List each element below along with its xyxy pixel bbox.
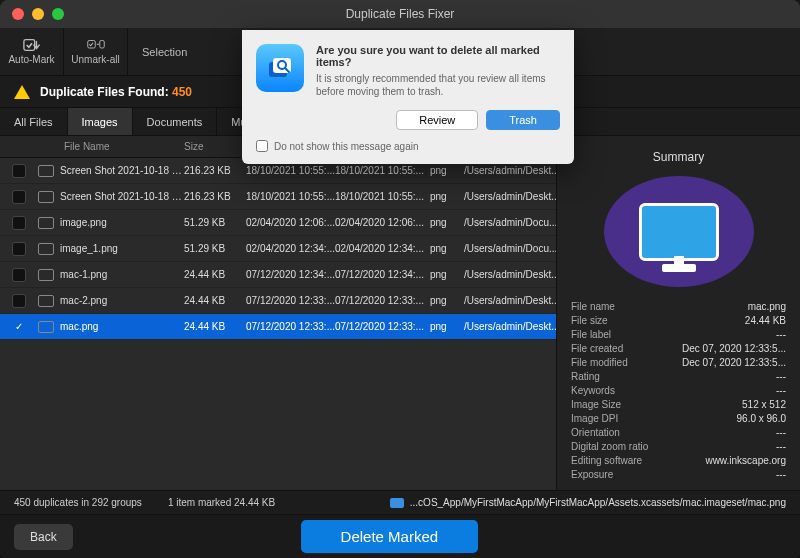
- col-filename[interactable]: File Name: [34, 141, 184, 152]
- file-type: png: [430, 191, 447, 202]
- meta-key: Image Size: [571, 399, 674, 410]
- found-text: Duplicate Files Found: 450: [40, 85, 192, 99]
- summary-panel: Summary File namemac.pngFile size24.44 K…: [556, 136, 800, 490]
- window-title: Duplicate Files Fixer: [0, 7, 800, 21]
- status-path: ...cOS_App/MyFirstMacApp/MyFirstMacApp/A…: [390, 497, 786, 508]
- file-table: File Name Size Screen Shot 2021-10-18 a.…: [0, 136, 556, 490]
- monitor-icon: [639, 203, 719, 261]
- row-checkbox[interactable]: [12, 294, 26, 308]
- file-date-created: 18/10/2021 10:55:...: [246, 165, 335, 176]
- meta-key: Image DPI: [571, 413, 674, 424]
- file-name: Screen Shot 2021-10-18 a...: [60, 165, 184, 176]
- file-date-modified: 18/10/2021 10:55:...: [335, 165, 424, 176]
- meta-key: Keywords: [571, 385, 674, 396]
- tab-all-files[interactable]: All Files: [0, 108, 68, 135]
- file-size: 24.44 KB: [184, 321, 225, 332]
- file-path: /Users/admin/Deskt...: [464, 321, 556, 332]
- file-size: 51.29 KB: [184, 217, 225, 228]
- meta-value: Dec 07, 2020 12:33:5...: [682, 357, 786, 368]
- tab-images[interactable]: Images: [68, 108, 133, 135]
- file-name: mac.png: [60, 321, 98, 332]
- table-row[interactable]: mac-2.png24.44 KB07/12/2020 12:33:...07/…: [0, 288, 556, 314]
- file-date-created: 02/04/2020 12:06:...: [246, 217, 335, 228]
- summary-title: Summary: [571, 150, 786, 164]
- file-date-modified: 18/10/2021 10:55:...: [335, 191, 424, 202]
- meta-value: ---: [682, 371, 786, 382]
- automark-button[interactable]: Auto-Mark: [0, 28, 64, 75]
- file-type: png: [430, 217, 447, 228]
- image-icon: [38, 217, 54, 229]
- table-row[interactable]: mac-1.png24.44 KB07/12/2020 12:34:...07/…: [0, 262, 556, 288]
- main: File Name Size Screen Shot 2021-10-18 a.…: [0, 136, 800, 490]
- dont-show-input[interactable]: [256, 140, 268, 152]
- file-size: 24.44 KB: [184, 295, 225, 306]
- file-path: /Users/admin/Docu...: [464, 217, 556, 228]
- bottombar: Back Delete Marked: [0, 514, 800, 558]
- back-button[interactable]: Back: [14, 524, 73, 550]
- row-checkbox[interactable]: [12, 216, 26, 230]
- file-date-modified: 07/12/2020 12:34:...: [335, 269, 424, 280]
- meta-key: File size: [571, 315, 674, 326]
- dont-show-checkbox[interactable]: Do not show this message again: [256, 140, 560, 152]
- file-path: /Users/admin/Deskt...: [464, 191, 556, 202]
- meta-key: Exposure: [571, 469, 674, 480]
- file-size: 216.23 KB: [184, 165, 231, 176]
- row-checkbox[interactable]: [12, 190, 26, 204]
- svg-rect-2: [99, 41, 104, 49]
- meta-value: ---: [682, 441, 786, 452]
- image-icon: [38, 295, 54, 307]
- file-size: 51.29 KB: [184, 243, 225, 254]
- row-checkbox[interactable]: [12, 268, 26, 282]
- trash-button[interactable]: Trash: [486, 110, 560, 130]
- tab-documents[interactable]: Documents: [133, 108, 218, 135]
- table-body[interactable]: Screen Shot 2021-10-18 a...216.23 KB18/1…: [0, 158, 556, 490]
- confirm-modal: Are you sure you want to delete all mark…: [242, 30, 574, 164]
- file-name: image.png: [60, 217, 107, 228]
- meta-value: ---: [682, 385, 786, 396]
- table-row[interactable]: image.png51.29 KB02/04/2020 12:06:...02/…: [0, 210, 556, 236]
- file-date-created: 07/12/2020 12:34:...: [246, 269, 335, 280]
- uncheck-icon: [87, 38, 105, 52]
- modal-title: Are you sure you want to delete all mark…: [316, 44, 560, 68]
- file-date-modified: 02/04/2020 12:06:...: [335, 217, 424, 228]
- meta-key: File name: [571, 301, 674, 312]
- review-button[interactable]: Review: [396, 110, 478, 130]
- meta-key: File label: [571, 329, 674, 340]
- col-size[interactable]: Size: [184, 141, 246, 152]
- meta-value: www.inkscape.org: [682, 455, 786, 466]
- table-row[interactable]: Screen Shot 2021-10-18 a...216.23 KB18/1…: [0, 184, 556, 210]
- meta-key: File created: [571, 343, 674, 354]
- file-size: 216.23 KB: [184, 191, 231, 202]
- close-icon[interactable]: [12, 8, 24, 20]
- row-checkbox[interactable]: ✓: [12, 320, 26, 334]
- titlebar: Duplicate Files Fixer: [0, 0, 800, 28]
- checkbox-icon: [23, 38, 41, 52]
- file-name: image_1.png: [60, 243, 118, 254]
- image-icon: [38, 191, 54, 203]
- meta-value: ---: [682, 469, 786, 480]
- table-row[interactable]: ✓mac.png24.44 KB07/12/2020 12:33:...07/1…: [0, 314, 556, 340]
- row-checkbox[interactable]: [12, 242, 26, 256]
- maximize-icon[interactable]: [52, 8, 64, 20]
- image-icon: [38, 321, 54, 333]
- meta-value: 512 x 512: [682, 399, 786, 410]
- meta-value: ---: [682, 329, 786, 340]
- statusbar: 450 duplicates in 292 groups 1 item mark…: [0, 490, 800, 514]
- image-icon: [38, 243, 54, 255]
- meta-value: ---: [682, 427, 786, 438]
- file-path: /Users/admin/Docu...: [464, 243, 556, 254]
- status-duplicates: 450 duplicates in 292 groups: [14, 497, 142, 508]
- file-preview: [604, 176, 754, 287]
- svg-rect-0: [23, 40, 34, 51]
- table-row[interactable]: image_1.png51.29 KB02/04/2020 12:34:...0…: [0, 236, 556, 262]
- file-name: Screen Shot 2021-10-18 a...: [60, 191, 184, 202]
- image-icon: [38, 269, 54, 281]
- file-date-modified: 02/04/2020 12:34:...: [335, 243, 424, 254]
- file-path: /Users/admin/Deskt...: [464, 269, 556, 280]
- unmarkall-button[interactable]: Unmark-all: [64, 28, 128, 75]
- meta-key: Digital zoom ratio: [571, 441, 674, 452]
- minimize-icon[interactable]: [32, 8, 44, 20]
- delete-marked-button[interactable]: Delete Marked: [301, 520, 479, 553]
- row-checkbox[interactable]: [12, 164, 26, 178]
- file-date-created: 18/10/2021 10:55:...: [246, 191, 335, 202]
